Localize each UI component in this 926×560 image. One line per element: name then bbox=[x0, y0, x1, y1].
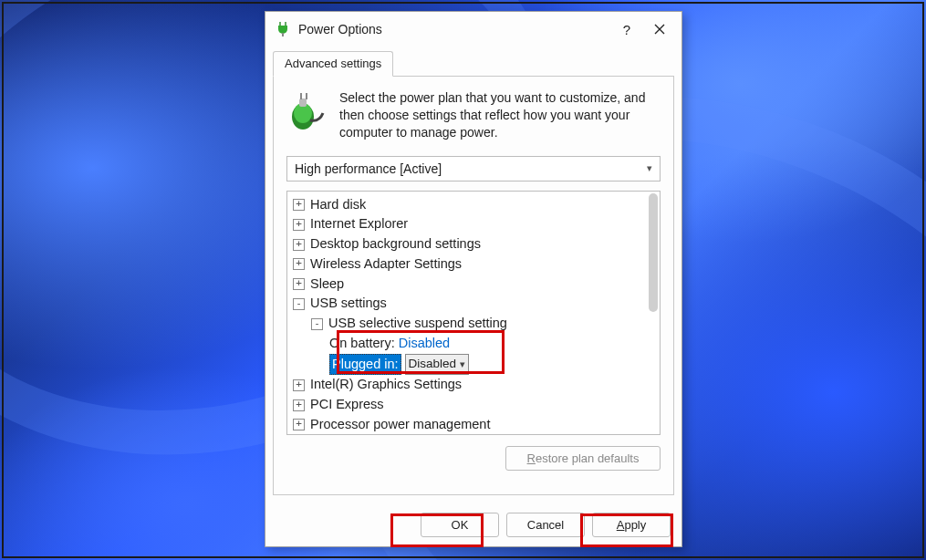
tab-advanced-settings[interactable]: Advanced settings bbox=[273, 51, 393, 77]
button-label: OK bbox=[452, 518, 469, 532]
plugged-in-dropdown[interactable]: Disabled ▾ bbox=[405, 354, 470, 374]
power-plug-icon bbox=[275, 21, 291, 37]
tree-label: USB selective suspend setting bbox=[328, 314, 507, 334]
expand-icon[interactable]: + bbox=[293, 399, 305, 411]
intro-text: Select the power plan that you want to c… bbox=[339, 89, 661, 141]
close-icon bbox=[654, 24, 665, 35]
power-options-dialog: Power Options ? Advanced settings Select… bbox=[265, 11, 682, 547]
button-label: Restore plan defaults bbox=[527, 451, 640, 465]
svg-rect-0 bbox=[279, 22, 281, 26]
svg-rect-2 bbox=[282, 33, 284, 36]
button-label: Cancel bbox=[527, 518, 564, 532]
tab-content: Select the power plan that you want to c… bbox=[273, 76, 674, 495]
tree-label: Sleep bbox=[310, 275, 344, 295]
settings-tree[interactable]: +Hard disk +Internet Explorer +Desktop b… bbox=[286, 191, 661, 435]
window-title: Power Options bbox=[298, 22, 610, 36]
restore-defaults-button[interactable]: Restore plan defaults bbox=[505, 446, 661, 471]
chevron-down-icon: ▾ bbox=[460, 357, 465, 372]
tree-item-plugged-in[interactable]: Plugged in: Disabled ▾ bbox=[293, 354, 649, 376]
restore-row: Restore plan defaults bbox=[283, 442, 664, 471]
tree-label: Internet Explorer bbox=[310, 214, 408, 234]
power-plan-select[interactable]: High performance [Active] ▾ bbox=[286, 156, 661, 181]
tree-item-wireless-adapter[interactable]: +Wireless Adapter Settings bbox=[293, 254, 649, 275]
expand-icon[interactable]: + bbox=[293, 199, 305, 211]
expand-icon[interactable]: + bbox=[293, 379, 305, 391]
chevron-down-icon: ▾ bbox=[647, 162, 652, 174]
expand-icon[interactable]: + bbox=[293, 258, 305, 270]
svg-rect-5 bbox=[299, 99, 307, 107]
ok-button[interactable]: OK bbox=[421, 513, 499, 537]
tab-label: Advanced settings bbox=[285, 57, 381, 70]
tree-label: Processor power management bbox=[310, 415, 490, 435]
tree-item-usb-selective-suspend[interactable]: -USB selective suspend setting bbox=[293, 314, 649, 334]
expand-icon[interactable]: + bbox=[293, 278, 305, 290]
titlebar[interactable]: Power Options ? bbox=[265, 12, 681, 47]
setting-value[interactable]: Disabled bbox=[399, 334, 450, 354]
apply-button[interactable]: Apply bbox=[592, 513, 671, 537]
tree-item-intel-graphics[interactable]: +Intel(R) Graphics Settings bbox=[293, 375, 649, 395]
intro-row: Select the power plan that you want to c… bbox=[283, 89, 664, 149]
tree-label: Hard disk bbox=[310, 195, 366, 215]
tree-item-processor-power[interactable]: +Processor power management bbox=[293, 415, 649, 435]
tree-label: PCI Express bbox=[310, 395, 384, 415]
dialog-footer: OK Cancel Apply bbox=[265, 503, 681, 546]
expand-icon[interactable]: + bbox=[293, 239, 305, 251]
power-plan-value: High performance [Active] bbox=[295, 161, 442, 176]
svg-rect-1 bbox=[285, 22, 286, 26]
svg-rect-7 bbox=[306, 93, 307, 99]
battery-plug-icon bbox=[286, 89, 328, 131]
setting-label-selected: Plugged in: bbox=[329, 354, 401, 376]
setting-label: On battery: bbox=[329, 334, 395, 354]
svg-rect-6 bbox=[300, 93, 302, 99]
close-button[interactable] bbox=[643, 16, 676, 43]
tree-label: USB settings bbox=[310, 294, 387, 314]
tree-item-internet-explorer[interactable]: +Internet Explorer bbox=[293, 214, 649, 234]
expand-icon[interactable]: + bbox=[293, 419, 305, 430]
tree-label: Intel(R) Graphics Settings bbox=[310, 375, 462, 395]
help-button[interactable]: ? bbox=[610, 16, 643, 43]
collapse-icon[interactable]: - bbox=[311, 318, 323, 330]
tree-item-on-battery[interactable]: On battery: Disabled bbox=[293, 334, 649, 354]
cancel-button[interactable]: Cancel bbox=[506, 513, 585, 537]
collapse-icon[interactable]: - bbox=[293, 298, 305, 310]
tree-item-pci-express[interactable]: +PCI Express bbox=[293, 395, 649, 415]
tree-item-desktop-background[interactable]: +Desktop background settings bbox=[293, 234, 649, 254]
dropdown-value: Disabled bbox=[409, 355, 457, 373]
button-label: Apply bbox=[617, 518, 647, 532]
tree-label: Desktop background settings bbox=[310, 234, 481, 254]
expand-icon[interactable]: + bbox=[293, 219, 305, 231]
tab-strip: Advanced settings bbox=[265, 47, 681, 76]
scrollbar-thumb[interactable] bbox=[649, 193, 658, 312]
tree-item-usb-settings[interactable]: -USB settings bbox=[293, 294, 649, 314]
tree-item-sleep[interactable]: +Sleep bbox=[293, 275, 649, 295]
tree-label: Wireless Adapter Settings bbox=[310, 254, 462, 275]
tree-item-hard-disk[interactable]: +Hard disk bbox=[293, 195, 649, 215]
help-icon: ? bbox=[623, 22, 630, 37]
